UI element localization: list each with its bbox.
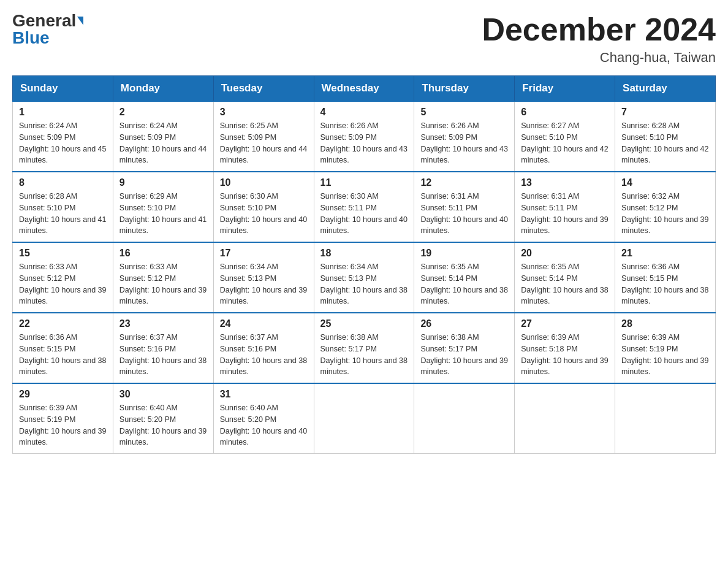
weekday-header-row: SundayMondayTuesdayWednesdayThursdayFrid… xyxy=(13,76,716,102)
day-info: Sunrise: 6:29 AM Sunset: 5:10 PM Dayligh… xyxy=(119,191,207,237)
day-number: 8 xyxy=(19,177,107,188)
logo-general: General xyxy=(12,12,76,29)
weekday-header-saturday: Saturday xyxy=(615,76,716,102)
day-info: Sunrise: 6:36 AM Sunset: 5:15 PM Dayligh… xyxy=(19,332,107,378)
day-info: Sunrise: 6:38 AM Sunset: 5:17 PM Dayligh… xyxy=(320,332,408,378)
weekday-header-sunday: Sunday xyxy=(13,76,113,102)
day-info: Sunrise: 6:25 AM Sunset: 5:09 PM Dayligh… xyxy=(220,120,308,166)
calendar-cell: 8 Sunrise: 6:28 AM Sunset: 5:10 PM Dayli… xyxy=(13,172,113,242)
day-number: 31 xyxy=(220,389,308,400)
calendar-cell: 9 Sunrise: 6:29 AM Sunset: 5:10 PM Dayli… xyxy=(113,172,213,242)
day-number: 25 xyxy=(320,318,408,329)
calendar-cell: 13 Sunrise: 6:31 AM Sunset: 5:11 PM Dayl… xyxy=(515,172,615,242)
day-info: Sunrise: 6:26 AM Sunset: 5:09 PM Dayligh… xyxy=(320,120,408,166)
calendar-cell xyxy=(615,383,716,454)
title-area: December 2024 Chang-hua, Taiwan xyxy=(482,12,716,66)
day-number: 17 xyxy=(220,248,308,259)
month-title: December 2024 xyxy=(482,12,716,47)
day-number: 26 xyxy=(420,318,508,329)
calendar-cell: 11 Sunrise: 6:30 AM Sunset: 5:11 PM Dayl… xyxy=(314,172,414,242)
day-info: Sunrise: 6:31 AM Sunset: 5:11 PM Dayligh… xyxy=(420,191,508,237)
weekday-header-monday: Monday xyxy=(113,76,213,102)
day-info: Sunrise: 6:40 AM Sunset: 5:20 PM Dayligh… xyxy=(119,402,207,448)
calendar-cell: 20 Sunrise: 6:35 AM Sunset: 5:14 PM Dayl… xyxy=(515,242,615,313)
day-number: 22 xyxy=(19,318,107,329)
week-row-2: 8 Sunrise: 6:28 AM Sunset: 5:10 PM Dayli… xyxy=(13,172,716,242)
day-info: Sunrise: 6:34 AM Sunset: 5:13 PM Dayligh… xyxy=(320,261,408,307)
calendar-cell: 29 Sunrise: 6:39 AM Sunset: 5:19 PM Dayl… xyxy=(13,383,113,454)
calendar-cell: 6 Sunrise: 6:27 AM Sunset: 5:10 PM Dayli… xyxy=(515,101,615,172)
calendar-cell: 3 Sunrise: 6:25 AM Sunset: 5:09 PM Dayli… xyxy=(213,101,314,172)
day-info: Sunrise: 6:28 AM Sunset: 5:10 PM Dayligh… xyxy=(621,120,709,166)
day-number: 2 xyxy=(119,107,207,118)
day-number: 14 xyxy=(621,177,709,188)
logo-triangle-icon xyxy=(77,17,83,25)
day-number: 6 xyxy=(521,107,609,118)
calendar-cell: 27 Sunrise: 6:39 AM Sunset: 5:18 PM Dayl… xyxy=(515,313,615,383)
calendar-cell: 26 Sunrise: 6:38 AM Sunset: 5:17 PM Dayl… xyxy=(414,313,515,383)
day-info: Sunrise: 6:39 AM Sunset: 5:19 PM Dayligh… xyxy=(621,332,709,378)
weekday-header-wednesday: Wednesday xyxy=(314,76,414,102)
day-number: 27 xyxy=(521,318,609,329)
day-number: 10 xyxy=(220,177,308,188)
calendar-cell xyxy=(414,383,515,454)
day-info: Sunrise: 6:37 AM Sunset: 5:16 PM Dayligh… xyxy=(119,332,207,378)
header: General Blue December 2024 Chang-hua, Ta… xyxy=(12,12,716,66)
week-row-1: 1 Sunrise: 6:24 AM Sunset: 5:09 PM Dayli… xyxy=(13,101,716,172)
day-number: 4 xyxy=(320,107,408,118)
calendar-cell: 2 Sunrise: 6:24 AM Sunset: 5:09 PM Dayli… xyxy=(113,101,213,172)
day-info: Sunrise: 6:26 AM Sunset: 5:09 PM Dayligh… xyxy=(420,120,508,166)
day-info: Sunrise: 6:38 AM Sunset: 5:17 PM Dayligh… xyxy=(420,332,508,378)
calendar-cell: 14 Sunrise: 6:32 AM Sunset: 5:12 PM Dayl… xyxy=(615,172,716,242)
calendar-cell: 5 Sunrise: 6:26 AM Sunset: 5:09 PM Dayli… xyxy=(414,101,515,172)
calendar-cell: 22 Sunrise: 6:36 AM Sunset: 5:15 PM Dayl… xyxy=(13,313,113,383)
day-info: Sunrise: 6:35 AM Sunset: 5:14 PM Dayligh… xyxy=(420,261,508,307)
day-info: Sunrise: 6:27 AM Sunset: 5:10 PM Dayligh… xyxy=(521,120,609,166)
calendar-cell xyxy=(515,383,615,454)
weekday-header-tuesday: Tuesday xyxy=(213,76,314,102)
calendar-cell: 24 Sunrise: 6:37 AM Sunset: 5:16 PM Dayl… xyxy=(213,313,314,383)
calendar-cell: 4 Sunrise: 6:26 AM Sunset: 5:09 PM Dayli… xyxy=(314,101,414,172)
calendar-cell: 10 Sunrise: 6:30 AM Sunset: 5:10 PM Dayl… xyxy=(213,172,314,242)
calendar-cell: 15 Sunrise: 6:33 AM Sunset: 5:12 PM Dayl… xyxy=(13,242,113,313)
day-info: Sunrise: 6:30 AM Sunset: 5:10 PM Dayligh… xyxy=(220,191,308,237)
calendar-table: SundayMondayTuesdayWednesdayThursdayFrid… xyxy=(12,75,716,454)
calendar-cell: 19 Sunrise: 6:35 AM Sunset: 5:14 PM Dayl… xyxy=(414,242,515,313)
calendar-cell: 30 Sunrise: 6:40 AM Sunset: 5:20 PM Dayl… xyxy=(113,383,213,454)
weekday-header-thursday: Thursday xyxy=(414,76,515,102)
calendar-cell xyxy=(314,383,414,454)
calendar-cell: 17 Sunrise: 6:34 AM Sunset: 5:13 PM Dayl… xyxy=(213,242,314,313)
calendar-cell: 12 Sunrise: 6:31 AM Sunset: 5:11 PM Dayl… xyxy=(414,172,515,242)
logo-blue: Blue xyxy=(12,29,50,47)
day-info: Sunrise: 6:34 AM Sunset: 5:13 PM Dayligh… xyxy=(220,261,308,307)
day-number: 3 xyxy=(220,107,308,118)
day-info: Sunrise: 6:32 AM Sunset: 5:12 PM Dayligh… xyxy=(621,191,709,237)
day-number: 13 xyxy=(521,177,609,188)
day-number: 7 xyxy=(621,107,709,118)
day-info: Sunrise: 6:39 AM Sunset: 5:18 PM Dayligh… xyxy=(521,332,609,378)
day-number: 24 xyxy=(220,318,308,329)
day-number: 9 xyxy=(119,177,207,188)
day-info: Sunrise: 6:33 AM Sunset: 5:12 PM Dayligh… xyxy=(119,261,207,307)
day-number: 20 xyxy=(521,248,609,259)
day-info: Sunrise: 6:40 AM Sunset: 5:20 PM Dayligh… xyxy=(220,402,308,448)
calendar-cell: 31 Sunrise: 6:40 AM Sunset: 5:20 PM Dayl… xyxy=(213,383,314,454)
calendar-cell: 18 Sunrise: 6:34 AM Sunset: 5:13 PM Dayl… xyxy=(314,242,414,313)
day-info: Sunrise: 6:31 AM Sunset: 5:11 PM Dayligh… xyxy=(521,191,609,237)
week-row-5: 29 Sunrise: 6:39 AM Sunset: 5:19 PM Dayl… xyxy=(13,383,716,454)
day-info: Sunrise: 6:37 AM Sunset: 5:16 PM Dayligh… xyxy=(220,332,308,378)
day-number: 28 xyxy=(621,318,709,329)
day-number: 21 xyxy=(621,248,709,259)
day-number: 15 xyxy=(19,248,107,259)
day-info: Sunrise: 6:24 AM Sunset: 5:09 PM Dayligh… xyxy=(19,120,107,166)
day-number: 30 xyxy=(119,389,207,400)
day-number: 1 xyxy=(19,107,107,118)
day-info: Sunrise: 6:24 AM Sunset: 5:09 PM Dayligh… xyxy=(119,120,207,166)
calendar-cell: 23 Sunrise: 6:37 AM Sunset: 5:16 PM Dayl… xyxy=(113,313,213,383)
calendar-cell: 28 Sunrise: 6:39 AM Sunset: 5:19 PM Dayl… xyxy=(615,313,716,383)
calendar-cell: 21 Sunrise: 6:36 AM Sunset: 5:15 PM Dayl… xyxy=(615,242,716,313)
calendar-cell: 25 Sunrise: 6:38 AM Sunset: 5:17 PM Dayl… xyxy=(314,313,414,383)
logo: General Blue xyxy=(12,12,83,47)
weekday-header-friday: Friday xyxy=(515,76,615,102)
location-title: Chang-hua, Taiwan xyxy=(482,50,716,66)
